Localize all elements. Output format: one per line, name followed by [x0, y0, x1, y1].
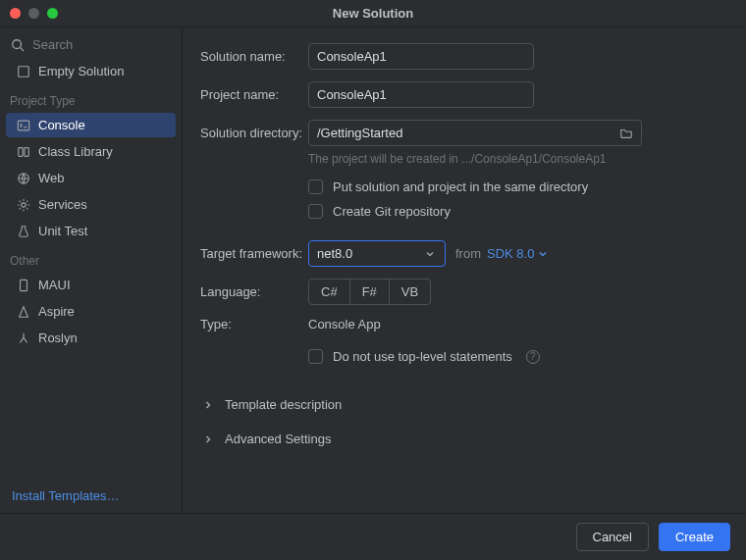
sidebar-item-class-library[interactable]: Class Library: [6, 139, 176, 164]
sdk-value: SDK 8.0: [487, 246, 534, 261]
no-toplevel-label: Do not use top-level statements: [333, 349, 512, 364]
chevron-down-icon: [538, 249, 548, 259]
solution-dir-value: /GettingStarted: [317, 126, 402, 140]
svg-point-0: [12, 39, 21, 48]
target-framework-label: Target framework:: [200, 246, 308, 261]
maui-icon: [16, 278, 30, 292]
sidebar-item-maui[interactable]: MAUI: [6, 273, 176, 297]
chevron-down-icon: [422, 246, 437, 261]
same-directory-label: Put solution and project in the same dir…: [333, 179, 588, 194]
language-option-vb[interactable]: VB: [390, 280, 430, 304]
target-framework-select[interactable]: net8.0: [308, 240, 446, 267]
project-name-input[interactable]: [308, 81, 534, 108]
from-label: from: [455, 246, 481, 261]
folder-browse-icon[interactable]: [618, 126, 633, 140]
svg-point-7: [21, 202, 25, 206]
solution-name-input[interactable]: [308, 43, 534, 70]
advanced-settings-expander[interactable]: Advanced Settings: [200, 432, 724, 446]
unit-test-icon: [16, 224, 30, 238]
search-icon: [10, 37, 25, 52]
search-row[interactable]: [0, 31, 182, 58]
sidebar-item-label: Unit Test: [38, 224, 87, 238]
help-icon[interactable]: ?: [526, 350, 540, 364]
group-label-project-type: Project Type: [0, 84, 182, 112]
language-label: Language:: [200, 284, 308, 299]
empty-solution-icon: [16, 64, 30, 78]
sidebar-item-label: Class Library: [38, 144, 113, 159]
chevron-right-icon: [200, 432, 215, 446]
sidebar-item-services[interactable]: Services: [6, 192, 176, 217]
main-panel: Solution name: Project name: Solution di…: [183, 27, 746, 513]
sidebar: Empty Solution Project Type Console Clas…: [0, 27, 183, 513]
svg-rect-4: [18, 147, 22, 156]
sidebar-item-aspire[interactable]: Aspire: [6, 299, 176, 324]
sidebar-item-web[interactable]: Web: [6, 166, 176, 190]
create-button[interactable]: Create: [659, 523, 730, 551]
template-description-label: Template description: [225, 397, 342, 412]
language-option-fsharp[interactable]: F#: [350, 280, 390, 304]
sidebar-item-label: Empty Solution: [38, 64, 124, 78]
no-toplevel-checkbox[interactable]: [308, 349, 323, 364]
close-window-button[interactable]: [10, 8, 21, 19]
creation-path-hint: The project will be created in .../Conso…: [308, 152, 724, 166]
install-templates-link[interactable]: Install Templates…: [12, 488, 120, 503]
chevron-right-icon: [200, 397, 215, 412]
sidebar-item-unit-test[interactable]: Unit Test: [6, 219, 176, 243]
cancel-button[interactable]: Cancel: [576, 523, 649, 551]
language-option-csharp[interactable]: C#: [309, 280, 350, 304]
target-framework-value: net8.0: [317, 246, 352, 261]
svg-line-1: [20, 47, 24, 51]
footer: Cancel Create: [0, 513, 746, 560]
sidebar-item-label: Aspire: [38, 304, 75, 319]
console-icon: [16, 118, 30, 132]
sidebar-item-empty-solution[interactable]: Empty Solution: [6, 59, 176, 83]
git-repo-checkbox[interactable]: [308, 204, 323, 219]
sidebar-item-label: Console: [38, 118, 85, 132]
advanced-settings-label: Advanced Settings: [225, 432, 331, 446]
same-directory-checkbox[interactable]: [308, 179, 323, 194]
sidebar-item-label: Web: [38, 171, 65, 185]
template-description-expander[interactable]: Template description: [200, 397, 724, 412]
language-segmented: C# F# VB: [308, 279, 431, 305]
web-icon: [16, 171, 30, 185]
services-icon: [16, 197, 30, 212]
type-value: Console App: [308, 317, 381, 331]
type-label: Type:: [200, 317, 308, 331]
title-bar: New Solution: [0, 0, 746, 27]
svg-rect-5: [24, 147, 27, 156]
roslyn-icon: [16, 331, 30, 345]
git-repo-label: Create Git repository: [333, 204, 451, 219]
svg-rect-2: [18, 66, 28, 76]
solution-dir-input[interactable]: /GettingStarted: [308, 120, 642, 146]
maximize-window-button[interactable]: [47, 8, 58, 19]
search-input[interactable]: [32, 37, 197, 52]
sidebar-item-roslyn[interactable]: Roslyn: [6, 326, 176, 350]
window-controls: [0, 8, 58, 19]
sidebar-item-label: Roslyn: [38, 331, 78, 345]
group-label-other: Other: [0, 244, 182, 272]
sidebar-item-label: Services: [38, 197, 87, 212]
sidebar-item-console[interactable]: Console: [6, 113, 176, 137]
solution-dir-label: Solution directory:: [200, 126, 308, 140]
minimize-window-button[interactable]: [28, 8, 39, 19]
aspire-icon: [16, 304, 30, 319]
svg-rect-3: [18, 121, 28, 130]
sidebar-item-label: MAUI: [38, 278, 71, 292]
solution-name-label: Solution name:: [200, 49, 308, 64]
project-name-label: Project name:: [200, 87, 308, 102]
svg-rect-8: [20, 280, 27, 290]
window-title: New Solution: [0, 6, 746, 21]
sdk-dropdown[interactable]: SDK 8.0: [487, 246, 548, 261]
class-library-icon: [16, 144, 30, 159]
